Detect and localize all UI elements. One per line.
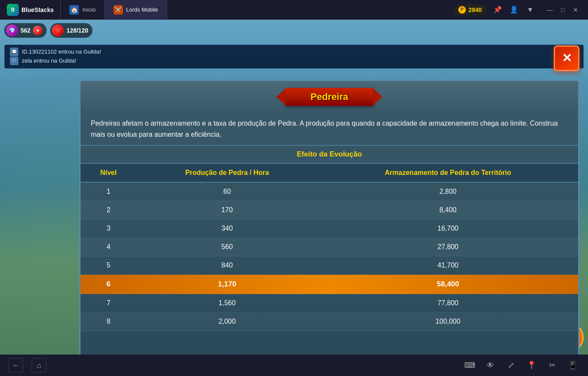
cell-production: 2,000: [137, 313, 318, 331]
cell-production: 840: [137, 256, 318, 275]
cell-production: 560: [137, 238, 318, 256]
table-row: 82,000100,000: [81, 313, 578, 331]
location-icon[interactable]: 📍: [525, 358, 538, 372]
cell-storage: 8,400: [318, 201, 578, 220]
table-row: 334016,700: [81, 220, 578, 238]
fullscreen-icon[interactable]: ⤢: [504, 358, 518, 372]
bluestacks-logo: B: [7, 4, 19, 16]
home-button[interactable]: ⌂: [32, 358, 46, 373]
col-producao: Produção de Pedra / Hora: [137, 164, 318, 182]
tab-lords-mobile[interactable]: ⚔️ Lords Mobile: [105, 0, 167, 20]
modal-title-banner: Pedreira: [81, 81, 578, 111]
keyboard-icon[interactable]: ⌨: [463, 358, 477, 372]
evolution-table: Nível Produção de Pedra / Hora Armazenam…: [81, 164, 578, 331]
cell-level: 4: [81, 238, 137, 256]
minimize-button[interactable]: —: [544, 4, 555, 15]
bottom-left-controls: ← ⌂: [9, 358, 46, 373]
chat-line-2: 🛡 zela entrou na Guilda!: [10, 57, 578, 66]
close-button[interactable]: ✕: [570, 4, 581, 15]
heart-value: 128/120: [66, 27, 88, 34]
cell-storage: 100,000: [318, 313, 578, 331]
home-tab-icon: 🏠: [69, 5, 79, 15]
cell-production: 1,170: [137, 275, 318, 294]
chat-icon-1: 💬: [10, 48, 18, 56]
header-row: Nível Produção de Pedra / Hora Armazenam…: [81, 164, 578, 182]
game-tab-icon: ⚔️: [113, 5, 123, 15]
chat-text-2: zela entrou na Guilda!: [22, 57, 76, 66]
cell-storage: 2,800: [318, 182, 578, 201]
modal-pedreira: Pedreira Pedreiras afetam o armazenament…: [79, 80, 579, 363]
coins-display: P 2840: [453, 4, 487, 15]
bluestacks-label: BlueStacks: [21, 6, 54, 13]
chat-notification: 💬 ID.130221102 entrou na Guilda! 🛡 zela …: [4, 45, 584, 69]
cell-production: 60: [137, 182, 318, 201]
modal-description: Pedreiras afetam o armazenamento e a tax…: [81, 111, 578, 146]
coin-icon: P: [458, 6, 466, 14]
bluestacks-brand: B BlueStacks: [0, 4, 60, 16]
cell-storage: 27,800: [318, 238, 578, 256]
cell-level: 2: [81, 201, 137, 220]
table-header: Nível Produção de Pedra / Hora Armazenam…: [81, 164, 578, 182]
eye-icon[interactable]: 👁: [484, 358, 497, 372]
data-table[interactable]: Nível Produção de Pedra / Hora Armazenam…: [81, 164, 578, 362]
table-row: 21708,400: [81, 201, 578, 220]
coins-value: 2840: [469, 6, 482, 13]
cell-level: 6: [81, 275, 137, 294]
gem-icon: 💎: [6, 24, 18, 36]
evolution-header: Efeito da Evolução: [81, 146, 578, 164]
gem-value: 562: [21, 27, 30, 34]
tab-inicio-label: Início: [82, 6, 96, 13]
cell-level: 3: [81, 220, 137, 238]
gem-add-button[interactable]: +: [33, 26, 42, 35]
cell-level: 8: [81, 313, 137, 331]
cell-level: 7: [81, 294, 137, 313]
col-armazenamento: Armazenamento de Pedra do Território: [318, 164, 578, 182]
cell-storage: 58,400: [318, 275, 578, 294]
topbar-pin-btn[interactable]: 📌: [492, 4, 503, 15]
bottom-right-controls: ⌨ 👁 ⤢ 📍 ✂ 📱: [463, 358, 579, 372]
heart-resource: ❤️ 128/120: [50, 23, 93, 38]
col-nivel: Nível: [81, 164, 137, 182]
window-controls: — □ ✕: [544, 4, 581, 15]
topbar-user-btn[interactable]: 👤: [508, 4, 519, 15]
table-row: 71,56077,800: [81, 294, 578, 313]
cell-production: 340: [137, 220, 318, 238]
heart-icon: ❤️: [52, 24, 64, 36]
modal-title-ribbon: Pedreira: [285, 88, 374, 106]
hud-top: 💎 562 + ❤️ 128/120: [0, 20, 588, 41]
table-row: 456027,800: [81, 238, 578, 256]
device-icon[interactable]: 📱: [566, 358, 579, 372]
cell-storage: 41,700: [318, 256, 578, 275]
cell-production: 1,560: [137, 294, 318, 313]
cell-storage: 77,800: [318, 294, 578, 313]
close-x-icon: ✕: [562, 52, 572, 64]
chat-line-1: 💬 ID.130221102 entrou na Guilda!: [10, 48, 578, 57]
topbar: B BlueStacks 🏠 Início ⚔️ Lords Mobile P …: [0, 0, 588, 20]
back-button[interactable]: ←: [9, 358, 23, 373]
restore-button[interactable]: □: [557, 4, 568, 15]
tab-lords-mobile-label: Lords Mobile: [126, 6, 158, 13]
table-row: 1602,800: [81, 182, 578, 201]
gem-resource: 💎 562 +: [4, 23, 47, 38]
table-row: 61,17058,400: [81, 275, 578, 294]
cell-level: 1: [81, 182, 137, 201]
tab-inicio[interactable]: 🏠 Início: [61, 0, 104, 20]
table-body: 1602,80021708,400334016,700456027,800584…: [81, 182, 578, 331]
modal-close-button[interactable]: ✕: [554, 45, 579, 71]
cell-level: 5: [81, 256, 137, 275]
topbar-dropdown-btn[interactable]: ▼: [525, 4, 536, 15]
cell-production: 170: [137, 201, 318, 220]
table-row: 584041,700: [81, 256, 578, 275]
game-area: 💎 562 + ❤️ 128/120 💬 ID.130221102 entrou…: [0, 20, 588, 376]
scissors-icon[interactable]: ✂: [545, 358, 559, 372]
modal-title: Pedreira: [310, 91, 348, 102]
bottombar: ← ⌂ ⌨ 👁 ⤢ 📍 ✂ 📱: [0, 355, 588, 376]
topbar-right: P 2840 📌 👤 ▼ — □ ✕: [453, 4, 588, 15]
chat-icon-2: 🛡: [10, 57, 18, 65]
chat-text-1: ID.130221102 entrou na Guilda!: [22, 48, 101, 57]
cell-storage: 16,700: [318, 220, 578, 238]
